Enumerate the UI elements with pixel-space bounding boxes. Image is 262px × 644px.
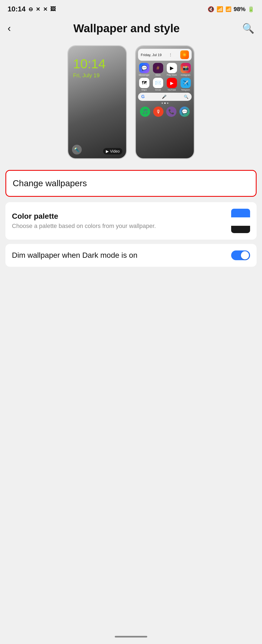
dock-podcast[interactable]: 🎙: [153, 107, 163, 117]
bottom-nav-bar: [115, 636, 147, 637]
status-bar: 10:14 ⊖ ✕ ✕ 🖼 🔇 📶 📶 98% 🔋: [0, 0, 262, 16]
lock-date: Fri, July 19: [73, 72, 100, 79]
color-palette-title: Color palette: [12, 212, 227, 221]
dot-2-active: [164, 102, 166, 104]
app-grid-row2: 🗺 Maps ✉️ Gmail ▶ YouTube ✈️ Telegram: [138, 78, 192, 91]
back-button[interactable]: ‹: [8, 23, 11, 34]
dot-3: [167, 102, 168, 104]
dock-messages[interactable]: 💬: [179, 107, 190, 117]
battery-percent: 98%: [234, 6, 245, 13]
status-icon-photo: 🖼: [50, 6, 56, 12]
header: ‹ Wallpaper and style 🔍: [0, 16, 262, 40]
torch-icon: 🔦: [72, 145, 82, 154]
color-palette-row: Color palette Choose a palette based on …: [12, 209, 250, 233]
app-youtube[interactable]: ▶ YouTube: [166, 78, 178, 91]
lens-icon: 🔍: [184, 95, 188, 99]
video-badge: ▶ Video: [103, 148, 122, 154]
lock-screen-preview[interactable]: 10:14 Fri, July 19 🔦 ▶ Video: [67, 45, 127, 159]
google-g-logo: G: [141, 94, 145, 99]
youtube-icon: ▶: [167, 78, 177, 88]
status-right: 🔇 📶 📶 98% 🔋: [208, 6, 254, 13]
lock-screen-background: 10:14 Fri, July 19 🔦 ▶ Video: [68, 46, 126, 158]
weather-widget-icon: ☀️: [180, 50, 189, 59]
app-slack[interactable]: # Slack: [152, 63, 164, 76]
mic-icon: 🎤: [162, 95, 166, 99]
widget-date: Friday, Jul 19: [141, 53, 162, 57]
maps-icon: 🗺: [139, 78, 149, 88]
palette-blue: [231, 209, 250, 217]
status-icon-x2: ✕: [43, 6, 48, 12]
phone-previews: 10:14 Fri, July 19 🔦 ▶ Video Friday, Jul…: [0, 40, 262, 165]
wifi-icon: 📶: [217, 6, 223, 12]
color-palette-subtitle: Choose a palette based on colors from yo…: [12, 222, 227, 230]
app-playstore[interactable]: ▶ Play Store: [166, 63, 178, 76]
color-palette-section[interactable]: Color palette Choose a palette based on …: [5, 202, 257, 240]
page-indicators: [138, 102, 192, 104]
home-screen-preview[interactable]: Friday, Jul 19 ⋮ ☀️ 💬 Messenger # Slack …: [135, 45, 195, 159]
dim-wallpaper-toggle[interactable]: [231, 250, 250, 260]
app-gmail[interactable]: ✉️ Gmail: [152, 78, 164, 91]
dim-wallpaper-section: Dim wallpaper when Dark mode is on: [5, 244, 257, 267]
playstore-icon: ▶: [167, 63, 177, 73]
palette-white: [231, 217, 250, 226]
page-title: Wallpaper and style: [73, 22, 180, 35]
messenger-icon: 💬: [139, 63, 149, 73]
change-wallpapers-label: Change wallpapers: [13, 178, 87, 188]
app-telegram[interactable]: ✈️ Telegram: [179, 78, 192, 91]
app-instagram[interactable]: 📸 Instagram: [179, 63, 192, 76]
telegram-icon: ✈️: [181, 78, 191, 88]
color-palette-text: Color palette Choose a palette based on …: [12, 212, 227, 230]
dim-wallpaper-row: Dim wallpaper when Dark mode is on: [12, 250, 250, 260]
color-palette-icon: [231, 209, 250, 233]
slack-icon: #: [153, 63, 163, 73]
instagram-icon: 📸: [181, 63, 191, 73]
status-time: 10:14: [8, 5, 26, 13]
widget-more-icon: ⋮: [169, 53, 172, 57]
search-bar[interactable]: G 🎤 🔍: [138, 93, 192, 101]
palette-black: [231, 226, 250, 233]
dot-1: [162, 102, 163, 104]
lock-time: 10:14: [73, 57, 106, 71]
app-messenger[interactable]: 💬 Messenger: [138, 63, 150, 76]
home-widget: Friday, Jul 19 ⋮ ☀️: [138, 49, 192, 61]
dock-spotify[interactable]: 🎵: [140, 107, 150, 117]
status-icon-x1: ✕: [36, 6, 40, 12]
dock-viber[interactable]: 📞: [166, 107, 176, 117]
home-screen-background: Friday, Jul 19 ⋮ ☀️ 💬 Messenger # Slack …: [136, 46, 194, 158]
change-wallpapers-button[interactable]: Change wallpapers: [5, 170, 257, 197]
app-grid-row1: 💬 Messenger # Slack ▶ Play Store 📸 Insta…: [138, 63, 192, 76]
signal-icon: 📶: [225, 6, 231, 12]
dock-bar: 🎵 🎙 📞 💬: [138, 105, 192, 118]
video-icon: ▶: [106, 149, 109, 153]
battery-icon: 🔋: [248, 6, 254, 12]
status-icon-dnd: ⊖: [28, 6, 33, 12]
gmail-icon: ✉️: [153, 78, 163, 88]
dim-wallpaper-label: Dim wallpaper when Dark mode is on: [12, 250, 231, 260]
app-maps[interactable]: 🗺 Maps: [138, 78, 150, 91]
status-left: 10:14 ⊖ ✕ ✕ 🖼: [8, 5, 56, 13]
search-button[interactable]: 🔍: [242, 23, 254, 34]
mute-icon: 🔇: [208, 6, 214, 12]
